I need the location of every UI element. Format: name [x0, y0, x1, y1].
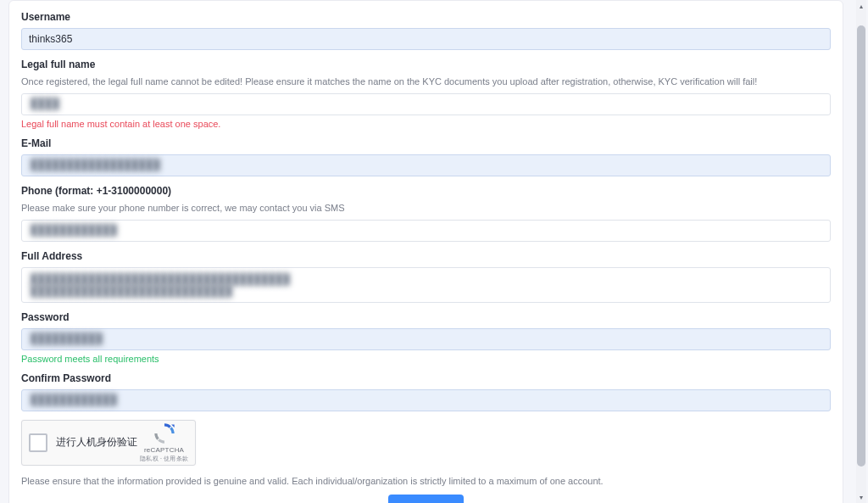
submit-row: Register! [21, 495, 831, 503]
recaptcha-widget[interactable]: 进行人机身份验证 reCAPTCHA 隐私权 · 使用条款 [21, 420, 196, 466]
registration-card: Username Legal full name Once registered… [8, 0, 843, 503]
password-input[interactable]: ██████████ [21, 328, 831, 350]
register-button[interactable]: Register! [388, 495, 463, 503]
confirm-input[interactable]: ████████████ [21, 389, 831, 411]
legalname-help: Once registered, the legal full name can… [21, 75, 831, 88]
recaptcha-left: 进行人机身份验证 [29, 433, 137, 452]
phone-input[interactable]: ████████████ [21, 220, 831, 242]
address-textarea[interactable]: ████████████████████████████████████ ███… [21, 267, 831, 303]
phone-label: Phone (format: +1-3100000000) [21, 185, 831, 197]
phone-help: Please make sure your phone number is co… [21, 202, 831, 215]
password-ok: Password meets all requirements [21, 354, 831, 364]
legalname-input[interactable]: ████ [21, 93, 831, 115]
field-legal-full-name: Legal full name Once registered, the leg… [21, 59, 831, 129]
confirm-label: Confirm Password [21, 372, 831, 384]
legalname-label: Legal full name [21, 59, 831, 70]
viewport: Username Legal full name Once registered… [0, 0, 868, 503]
field-password: Password ██████████ Password meets all r… [21, 311, 831, 364]
recaptcha-checkbox[interactable] [29, 433, 47, 452]
field-confirm-password: Confirm Password ████████████ [21, 372, 831, 411]
field-full-address: Full Address ███████████████████████████… [21, 250, 831, 303]
username-input[interactable] [21, 28, 831, 50]
scroll-down-icon[interactable]: ▾ [857, 493, 865, 501]
password-label: Password [21, 311, 831, 323]
address-label: Full Address [21, 250, 831, 262]
username-label: Username [21, 11, 831, 23]
scroll-up-icon[interactable]: ▴ [857, 2, 865, 10]
form-scroll-area: Username Legal full name Once registered… [0, 0, 854, 503]
email-label: E-Mail [21, 137, 831, 149]
recaptcha-icon [153, 422, 176, 445]
recaptcha-text: 进行人机身份验证 [56, 435, 137, 450]
field-phone: Phone (format: +1-3100000000) Please mak… [21, 185, 831, 242]
scrollbar-thumb[interactable] [857, 25, 865, 467]
recaptcha-right: reCAPTCHA 隐私权 · 使用条款 [140, 422, 188, 463]
recaptcha-links: 隐私权 · 使用条款 [140, 455, 188, 463]
field-username: Username [21, 11, 831, 50]
email-input[interactable]: ██████████████████ [21, 154, 831, 176]
legalname-error: Legal full name must contain at least on… [21, 119, 831, 129]
field-email: E-Mail ██████████████████ [21, 137, 831, 176]
disclaimer-text: Please ensure that the information provi… [21, 476, 831, 486]
recaptcha-brand: reCAPTCHA [144, 446, 184, 454]
